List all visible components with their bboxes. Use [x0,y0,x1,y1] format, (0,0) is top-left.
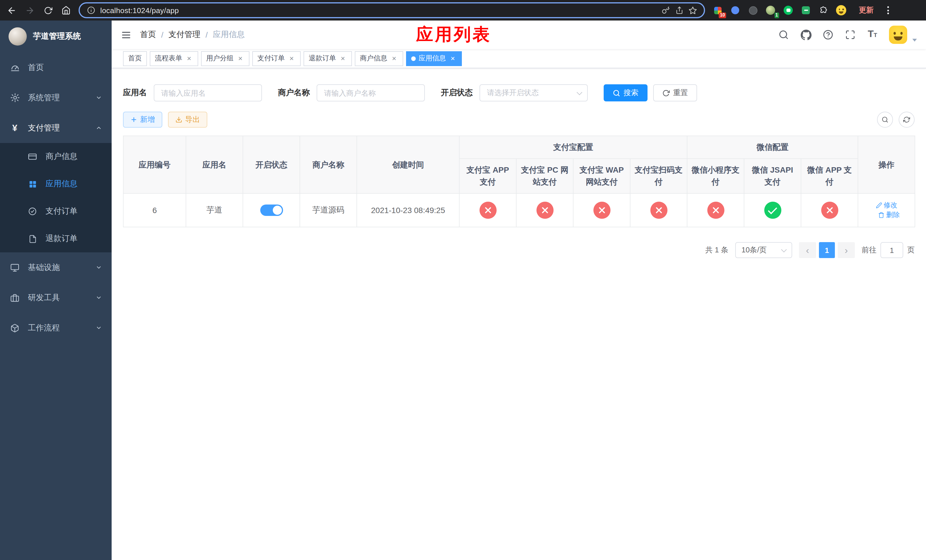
gear-icon [10,92,20,103]
current-page-button[interactable]: 1 [819,242,835,258]
bookmark-star-icon[interactable] [688,6,697,15]
tab-home[interactable]: 首页 [123,51,147,66]
page-title: 应用列表 [416,23,491,47]
adblock-extension-icon[interactable]: 10 [712,5,723,16]
dashboard-icon [10,62,20,73]
refresh-table-button[interactable] [899,112,915,128]
fullscreen-icon[interactable] [844,29,856,41]
sidebar-toggle-icon[interactable] [112,21,140,49]
col-app-id: 应用编号 [123,136,186,194]
tags-view: 首页 流程表单 用户分组 支付订单 退款订单 [112,49,926,68]
font-size-icon[interactable] [867,29,878,41]
breadcrumb-payment[interactable]: 支付管理 [169,30,200,40]
close-icon[interactable] [185,54,193,62]
close-icon[interactable] [339,54,347,62]
back-button[interactable] [6,5,17,16]
cell-merchant: 芋道源码 [300,194,357,227]
breadcrumb: 首页 支付管理 应用信息 [140,30,245,40]
extensions-puzzle-icon[interactable] [818,5,829,16]
prev-page-button[interactable] [799,242,816,258]
close-icon[interactable] [390,54,398,62]
page-size-select[interactable]: 10条/页 [735,242,792,258]
key-icon[interactable] [661,6,670,15]
merchant-name-label: 商户名称 [278,88,310,98]
tab-label: 商户信息 [360,53,387,63]
close-icon[interactable] [287,54,295,62]
share-icon[interactable] [675,6,683,15]
sidebar-item-system[interactable]: 系统管理 [0,83,112,113]
export-button[interactable]: 导出 [168,112,207,128]
tab-refund-order[interactable]: 退款订单 [304,51,352,66]
page-content: 应用名 商户名称 开启状态 请选择开启状态 [112,68,926,560]
sidebar-item-infra[interactable]: 基础设施 [0,252,112,283]
info-icon[interactable] [86,6,95,15]
home-button[interactable] [61,5,72,16]
dark-extension-icon[interactable] [747,5,758,16]
app-name-input[interactable] [154,84,262,101]
tab-pay-order[interactable]: 支付订单 [252,51,301,66]
help-icon[interactable] [822,29,834,41]
sidebar-item-home[interactable]: 首页 [0,52,112,83]
chevron-down-icon [95,94,102,101]
edit-link[interactable]: 修改 [876,201,897,210]
merchant-name-input[interactable] [317,84,425,101]
green-square-extension-icon[interactable] [800,5,811,16]
sidebar-subitem-app-info[interactable]: 应用信息 [0,170,112,198]
sidebar-logo[interactable]: 芋道管理系统 [0,21,112,52]
alipay-pc-status-cross-icon [536,202,553,219]
download-icon [176,116,182,123]
avatar-caret-icon[interactable] [912,38,917,41]
active-tab-dot [411,56,416,61]
add-button[interactable]: 新增 [123,112,162,128]
chrome-update-button[interactable]: 更新 [854,3,879,18]
status-select-placeholder: 请选择开启状态 [487,88,539,98]
sidebar-item-devtools[interactable]: 研发工具 [0,283,112,313]
goto-prefix: 前往 [862,245,876,255]
close-icon[interactable] [236,54,244,62]
goto-unit: 页 [907,245,915,255]
forward-button[interactable] [24,5,35,16]
sidebar: 芋道管理系统 首页 系统管理 支付管理 [0,21,112,560]
sidebar-item-workflow[interactable]: 工作流程 [0,313,112,343]
profile-avatar-icon[interactable] [835,5,847,16]
tab-process-form[interactable]: 流程表单 [150,51,198,66]
toggle-search-button[interactable] [877,112,893,128]
sidebar-item-payment[interactable]: 支付管理 [0,113,112,143]
address-bar[interactable]: localhost:1024/pay/app [79,2,705,18]
tab-label: 支付订单 [257,53,285,63]
briefcase-icon [10,292,20,303]
breadcrumb-home[interactable]: 首页 [140,30,156,40]
cell-app-name: 芋道 [186,194,243,227]
delete-link-label: 删除 [886,210,900,220]
url-text[interactable]: localhost:1024/pay/app [100,6,656,15]
filter-app-name: 应用名 [123,84,262,101]
search-icon[interactable] [778,29,789,41]
status-select[interactable]: 请选择开启状态 [480,84,588,101]
logo-avatar [9,27,27,45]
table-toolbar: 新增 导出 [123,112,915,128]
reset-button[interactable]: 重置 [653,84,697,101]
tab-app-info[interactable]: 应用信息 [406,51,462,66]
credit-card-icon [27,151,38,162]
github-icon[interactable] [800,29,811,41]
goto-page-input[interactable] [881,242,903,258]
avatar-extension-icon[interactable]: 1 [765,5,776,16]
tab-label: 首页 [128,53,142,63]
navbar: 首页 支付管理 应用信息 应用列表 [112,21,926,49]
sidebar-subitem-pay-order[interactable]: 支付订单 [0,198,112,225]
search-button[interactable]: 搜索 [604,84,648,101]
user-avatar[interactable] [889,26,907,44]
close-icon[interactable] [449,54,457,62]
delete-link[interactable]: 删除 [878,210,900,220]
status-toggle[interactable] [260,204,283,216]
reload-button[interactable] [42,5,53,16]
tab-merchant-info[interactable]: 商户信息 [355,51,403,66]
tab-user-group[interactable]: 用户分组 [201,51,250,66]
browser-menu-kebab-icon[interactable] [885,6,891,14]
blue-extension-icon[interactable] [729,5,741,16]
sidebar-subitem-refund-order[interactable]: 退款订单 [0,225,112,252]
wechat-devtools-icon[interactable] [782,5,794,16]
filter-form: 应用名 商户名称 开启状态 请选择开启状态 [123,84,915,101]
sidebar-subitem-merchant-info[interactable]: 商户信息 [0,143,112,170]
next-page-button[interactable] [838,242,855,258]
